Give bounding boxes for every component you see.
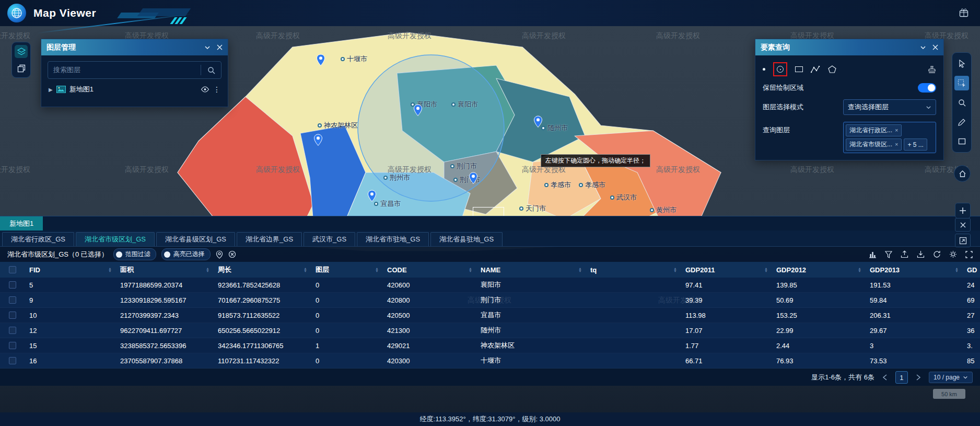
keep-draw-area-toggle[interactable] [918, 83, 936, 93]
layer-tree-item[interactable]: ▶ 新地图1 ⋮ [49, 85, 220, 94]
sort-icon[interactable]: ▲▼ [858, 267, 861, 272]
select-feature-tool-icon[interactable] [954, 76, 969, 90]
table-row[interactable]: 912330918296.595167701667.29608752750420… [0, 293, 980, 308]
map-marker-pin[interactable] [469, 172, 478, 185]
settings-gear-icon[interactable] [949, 250, 957, 258]
edit-pencil-icon[interactable] [954, 114, 969, 129]
row-checkbox[interactable] [9, 312, 16, 319]
header-app-icon[interactable] [959, 8, 969, 19]
column-header[interactable]: CODE▲▼ [383, 262, 476, 278]
more-layers-tag[interactable]: + 5 ... [904, 139, 927, 151]
layer-tab[interactable]: 湖北省市驻地_GS [357, 232, 429, 246]
layer-mode-select[interactable]: 查询选择图层 [843, 99, 936, 115]
layer-tab[interactable]: 湖北省边界_GS [237, 232, 302, 246]
remove-tag-icon[interactable]: × [895, 128, 898, 133]
next-page-icon[interactable] [913, 372, 924, 383]
row-checkbox[interactable] [9, 296, 16, 304]
visibility-eye-icon[interactable] [201, 86, 209, 93]
column-header[interactable]: GD▲▼ [963, 262, 980, 278]
select-all-checkbox[interactable] [9, 266, 16, 273]
duplicate-map-button[interactable] [15, 62, 28, 75]
column-header[interactable]: NAME▲▼ [476, 262, 586, 278]
column-header[interactable]: GDP2013▲▼ [866, 262, 963, 278]
row-checkbox[interactable] [9, 357, 16, 364]
close-panel-icon[interactable] [932, 44, 938, 50]
remove-tag-icon[interactable]: × [895, 142, 898, 147]
filter-toggle-pill[interactable]: 高亮已选择 [161, 248, 211, 260]
sort-icon[interactable]: ▲▼ [469, 267, 472, 272]
layer-search-input[interactable]: 搜索图层 [48, 61, 221, 79]
layer-tab[interactable]: 湖北省县驻地_GS [430, 232, 503, 246]
row-checkbox[interactable] [9, 342, 16, 349]
city-dot-icon [450, 164, 454, 168]
collapse-panel-icon[interactable] [204, 44, 211, 51]
home-extent-button[interactable] [954, 165, 971, 182]
expand-caret-icon[interactable]: ▶ [49, 87, 53, 93]
query-layer-tag[interactable]: 湖北省市级区...× [846, 139, 902, 151]
collapse-panel-icon[interactable] [920, 44, 926, 51]
current-page-button[interactable]: 1 [895, 371, 908, 384]
column-header[interactable]: 面积▲▼ [116, 262, 214, 278]
sort-icon[interactable]: ▲▼ [206, 267, 209, 272]
column-header[interactable]: 图层▲▼ [311, 262, 383, 278]
column-header[interactable]: FID▲▼ [25, 262, 116, 278]
query-layer-tag[interactable]: 湖北省行政区...× [846, 124, 902, 136]
sort-icon[interactable]: ▲▼ [764, 267, 768, 272]
table-row[interactable]: 519771886599.20374923661.785242562804206… [0, 278, 980, 293]
search-icon[interactable] [201, 66, 221, 74]
map-marker-pin[interactable] [367, 190, 377, 202]
close-panel-icon[interactable] [217, 44, 223, 50]
query-layers-tagbox[interactable]: 湖北省行政区...×湖北省市级区...×+ 5 ... [843, 122, 936, 153]
map-marker-pin[interactable] [316, 54, 325, 66]
statistics-icon[interactable] [869, 251, 877, 258]
map-marker-pin[interactable] [533, 116, 543, 128]
layer-tab[interactable]: 湖北省县级区划_GS [156, 232, 235, 246]
close-table-button[interactable] [955, 218, 971, 232]
filter-icon[interactable] [885, 251, 892, 258]
sort-icon[interactable]: ▲▼ [578, 267, 582, 272]
export-table-button[interactable] [955, 234, 971, 247]
layers-tool-button[interactable] [15, 45, 28, 58]
column-header[interactable]: tq▲▼ [586, 262, 681, 278]
download-icon[interactable] [917, 250, 925, 258]
prev-page-icon[interactable] [880, 372, 890, 383]
column-header[interactable]: GDP2011▲▼ [681, 262, 772, 278]
rectangle-zoom-icon[interactable] [954, 134, 969, 148]
zoom-in-button[interactable] [955, 203, 971, 218]
sort-icon[interactable]: ▲▼ [304, 267, 307, 272]
circle-draw-tool-icon[interactable] [777, 66, 784, 73]
rectangle-draw-tool-icon[interactable] [795, 66, 803, 72]
clear-draw-tool-icon[interactable] [928, 65, 936, 74]
sort-icon[interactable]: ▲▼ [375, 267, 379, 272]
point-draw-tool-icon[interactable] [763, 68, 765, 71]
sort-icon[interactable]: ▲▼ [108, 267, 112, 272]
export-icon[interactable] [901, 250, 908, 258]
fullscreen-icon[interactable] [965, 251, 973, 258]
map-marker-pin[interactable] [413, 104, 423, 117]
sort-icon[interactable]: ▲▼ [673, 267, 677, 272]
polyline-draw-tool-icon[interactable] [811, 66, 820, 73]
table-row[interactable]: 129622709411.697727650256.56650229120421… [0, 323, 980, 338]
layer-tab[interactable]: 武汉市_GS [304, 232, 355, 246]
filter-toggle-pill[interactable]: 范围过滤 [113, 248, 156, 260]
row-checkbox[interactable] [9, 281, 16, 289]
table-row[interactable]: 1623705587907.378681107231.1174323220420… [0, 353, 980, 369]
column-header[interactable]: GDP2012▲▼ [772, 262, 866, 278]
refresh-icon[interactable] [933, 250, 941, 258]
more-options-icon[interactable]: ⋮ [213, 86, 220, 93]
row-checkbox[interactable] [9, 327, 16, 334]
map-tab[interactable]: 新地图1 [0, 216, 43, 231]
locate-selection-icon[interactable] [216, 250, 223, 259]
layer-tab[interactable]: 湖北省行政区_GS [2, 232, 74, 246]
zoom-query-icon[interactable] [954, 95, 969, 110]
table-row[interactable]: 153238585372.5653396342346.1771130676514… [0, 338, 980, 353]
map-marker-pin[interactable] [313, 134, 323, 146]
table-row[interactable]: 1021270399397.2343918573.711263552204205… [0, 308, 980, 323]
clear-selection-icon[interactable] [228, 250, 236, 258]
pointer-tool-icon[interactable] [954, 56, 969, 71]
sort-icon[interactable]: ▲▼ [955, 267, 959, 272]
polygon-draw-tool-icon[interactable] [828, 65, 836, 73]
column-header[interactable]: 周长▲▼ [214, 262, 311, 278]
page-size-select[interactable]: 10 / page [929, 372, 973, 383]
layer-tab[interactable]: 湖北省市级区划_GS [76, 232, 155, 246]
